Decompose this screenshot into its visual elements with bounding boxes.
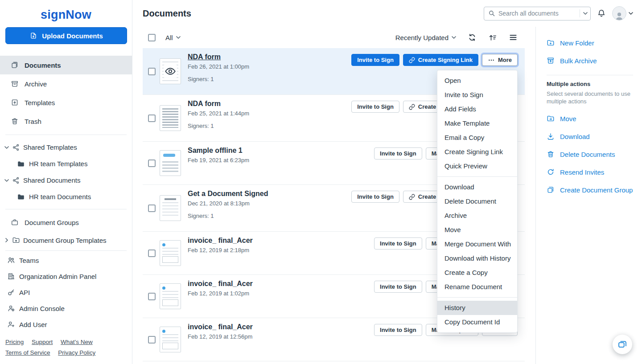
menu-item-make-template[interactable]: Make Template: [437, 116, 517, 131]
invite-to-sign-button[interactable]: Invite to Sign: [374, 237, 422, 249]
link-icon: [409, 194, 415, 200]
resend-invites-button[interactable]: Resend Invites: [547, 163, 633, 181]
menu-item-move[interactable]: Move: [437, 223, 517, 237]
menu-item-download[interactable]: Download: [437, 180, 517, 194]
chevron-down-icon[interactable]: [4, 146, 9, 149]
sidebar-item-hr-team-documents[interactable]: HR team Documents: [0, 188, 132, 205]
document-info: Sample offline 1 Feb 19, 2021 at 6:23pm: [188, 142, 249, 164]
row-checkbox[interactable]: [148, 115, 156, 122]
filter-dropdown[interactable]: All: [165, 34, 181, 41]
document-signers: Signers: 1: [188, 213, 268, 219]
sort-order-button[interactable]: [488, 33, 497, 42]
invite-to-sign-button[interactable]: Invite to Sign: [374, 324, 422, 336]
document-title[interactable]: invoice_ final_Acer: [188, 323, 253, 331]
document-thumbnail[interactable]: [160, 58, 181, 84]
refresh-button[interactable]: [468, 33, 477, 42]
avatar[interactable]: [612, 6, 626, 20]
menu-item-create-signing-link[interactable]: Create Signing Link: [437, 145, 517, 159]
document-thumbnail[interactable]: [160, 240, 181, 266]
list-density-button[interactable]: [509, 33, 518, 42]
menu-item-copy-document-id[interactable]: Copy Document Id: [437, 315, 517, 329]
invite-to-sign-button[interactable]: Invite to Sign: [374, 147, 422, 160]
document-thumbnail[interactable]: [160, 195, 181, 221]
pricing-link[interactable]: Pricing: [5, 339, 24, 345]
sidebar-item-documents[interactable]: Documents: [0, 56, 132, 74]
row-checkbox[interactable]: [148, 249, 156, 257]
privacy-policy-link[interactable]: Privacy Policy: [58, 349, 95, 356]
sidebar-item-document-groups[interactable]: Document Groups: [0, 213, 132, 231]
delete-documents-button[interactable]: Delete Documents: [547, 145, 633, 163]
document-thumbnail[interactable]: [160, 105, 181, 131]
menu-item-archive[interactable]: Archive: [437, 209, 517, 223]
sidebar-item-document-group-templates[interactable]: Document Group Templates: [0, 231, 132, 249]
sidebar-item-templates[interactable]: Templates: [0, 93, 132, 112]
document-title[interactable]: invoice_ final_Acer: [188, 237, 253, 245]
search-options-caret[interactable]: [580, 9, 588, 17]
download-button[interactable]: Download: [547, 127, 633, 145]
more-button[interactable]: More: [482, 54, 518, 66]
sidebar-item-trash[interactable]: Trash: [0, 112, 132, 131]
menu-item-delete-document[interactable]: Delete Document: [437, 194, 517, 209]
sidebar-item-api[interactable]: API: [0, 284, 132, 300]
document-title[interactable]: NDA form: [188, 100, 249, 108]
sort-dropdown[interactable]: Recently Updated: [395, 34, 456, 41]
new-folder-button[interactable]: New Folder: [547, 34, 633, 52]
chevron-right-icon[interactable]: [5, 238, 8, 242]
chevron-down-icon: [583, 12, 588, 15]
menu-item-download-with-history[interactable]: Download with History: [437, 251, 517, 266]
sidebar-item-admin-console[interactable]: Admin Console: [0, 300, 132, 316]
chevron-down-icon[interactable]: [4, 179, 9, 182]
building-icon: [7, 272, 15, 280]
invite-to-sign-button[interactable]: Invite to Sign: [351, 54, 399, 66]
document-title[interactable]: invoice_ final_Acer: [188, 280, 253, 288]
document-signers: Signers: 1: [188, 123, 249, 129]
document-title[interactable]: Sample offline 1: [188, 147, 249, 155]
invite-to-sign-button[interactable]: Invite to Sign: [351, 101, 399, 113]
search-box[interactable]: [484, 7, 591, 20]
document-thumbnail[interactable]: [160, 283, 181, 309]
sidebar-item-add-user[interactable]: Add User: [0, 316, 132, 332]
account-menu[interactable]: [612, 6, 633, 20]
menu-item-add-fields[interactable]: Add Fields: [437, 102, 517, 116]
sidebar-item-organization-admin-panel[interactable]: Organization Admin Panel: [0, 268, 132, 284]
menu-item-rename-document[interactable]: Rename Document: [437, 280, 517, 294]
menu-item-email-a-copy[interactable]: Email a Copy: [437, 131, 517, 145]
search-input[interactable]: [498, 10, 576, 17]
menu-item-open[interactable]: Open: [437, 74, 517, 88]
sidebar-item-shared-documents[interactable]: Shared Documents: [0, 172, 132, 188]
chevron-down-icon[interactable]: [629, 12, 633, 15]
sidebar-item-teams[interactable]: Teams: [0, 252, 132, 268]
move-button[interactable]: Move: [547, 110, 633, 127]
row-checkbox[interactable]: [148, 293, 156, 300]
document-title[interactable]: Get a Document Signed: [188, 190, 268, 198]
sidebar-item-archive[interactable]: Archive: [0, 74, 132, 93]
resend-icon: [547, 168, 555, 176]
sidebar-item-shared-templates[interactable]: Shared Templates: [0, 139, 132, 155]
menu-item-invite-to-sign[interactable]: Invite to Sign: [437, 88, 517, 102]
menu-item-merge-document-with[interactable]: Merge Document With: [437, 237, 517, 251]
menu-item-history[interactable]: History: [437, 301, 517, 315]
invite-to-sign-button[interactable]: Invite to Sign: [374, 281, 422, 293]
row-checkbox[interactable]: [148, 204, 156, 212]
document-date: Feb 12, 2019 at 2:18pm: [188, 247, 253, 254]
bulk-archive-button[interactable]: Bulk Archive: [547, 52, 633, 70]
chat-button[interactable]: [613, 335, 632, 354]
row-checkbox[interactable]: [148, 68, 156, 75]
whats-new-link[interactable]: What's New: [61, 339, 93, 345]
row-checkbox[interactable]: [148, 336, 156, 344]
create-document-group-button[interactable]: Create Document Group: [547, 181, 633, 199]
row-checkbox[interactable]: [148, 160, 156, 167]
sidebar-item-hr-team-templates[interactable]: HR team Templates: [0, 155, 132, 172]
notifications-button[interactable]: [597, 9, 606, 18]
terms-of-service-link[interactable]: Terms of Service: [5, 349, 50, 356]
menu-item-create-a-copy[interactable]: Create a Copy: [437, 266, 517, 280]
document-thumbnail[interactable]: [160, 150, 181, 176]
select-all-checkbox[interactable]: [148, 34, 156, 41]
invite-to-sign-button[interactable]: Invite to Sign: [351, 191, 399, 203]
support-link[interactable]: Support: [32, 339, 53, 345]
document-title[interactable]: NDA form: [188, 53, 249, 61]
create-signing-link-button[interactable]: Create Signing Link: [403, 54, 478, 66]
menu-item-quick-preview[interactable]: Quick Preview: [437, 159, 517, 173]
document-thumbnail[interactable]: [160, 327, 181, 352]
upload-documents-button[interactable]: Upload Documents: [5, 27, 127, 44]
